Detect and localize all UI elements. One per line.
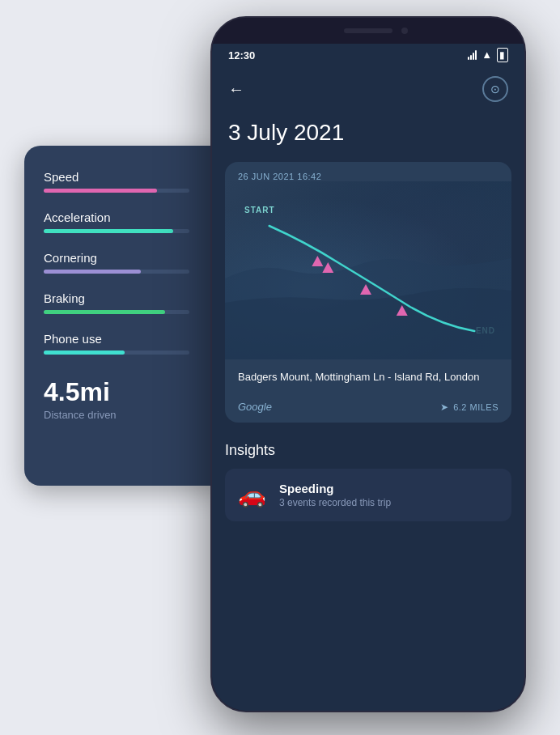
acceleration-bar-track (44, 229, 189, 233)
location-icon: ➤ (440, 401, 449, 413)
phone-use-bar-fill (44, 351, 125, 355)
signal-icon (468, 50, 477, 60)
cornering-bar-fill (44, 270, 141, 274)
acceleration-bar-fill (44, 229, 173, 233)
battery-icon: ▮ (497, 48, 508, 63)
map-timestamp: 26 JUN 2021 16:42 (225, 162, 511, 181)
settings-button[interactable]: ⊙ (482, 76, 508, 102)
date-header: 3 July 2021 (212, 112, 524, 162)
speeding-icon: 🚗 (238, 482, 266, 508)
metric-acceleration: Acceleration (44, 210, 207, 233)
speed-label: Speed (44, 170, 207, 184)
map-footer: Google ➤ 6.2 MILES (225, 394, 511, 423)
phone-notch (212, 18, 524, 44)
metric-braking: Braking (44, 291, 207, 314)
insight-title: Speeding (279, 482, 391, 495)
svg-marker-1 (322, 262, 333, 273)
map-info: Badgers Mount, Mottingham Ln - Island Rd… (225, 359, 511, 394)
acceleration-label: Acceleration (44, 210, 207, 224)
phone-camera (401, 28, 408, 34)
map-card: 26 JUN 2021 16:42 START END (225, 162, 511, 423)
back-button[interactable]: ← (228, 80, 244, 99)
metric-cornering: Cornering (44, 251, 207, 274)
insight-text: Speeding 3 events recorded this trip (279, 482, 391, 508)
route-line (225, 181, 511, 359)
phone-use-label: Phone use (44, 332, 207, 346)
status-icons: ▲ ▮ (468, 48, 508, 63)
insight-card[interactable]: 🚗 Speeding 3 events recorded this trip (225, 469, 511, 521)
screen-content: ← ⊙ 3 July 2021 26 JUN 2021 16:42 START … (212, 66, 524, 711)
google-logo: Google (238, 401, 272, 413)
settings-icon: ⊙ (490, 83, 500, 96)
metric-speed: Speed (44, 170, 207, 193)
phone-use-bar-track (44, 351, 189, 355)
insights-section: Insights 🚗 Speeding 3 events recorded th… (212, 435, 524, 534)
braking-bar-fill (44, 310, 165, 314)
status-bar: 12:30 ▲ ▮ (212, 44, 524, 66)
braking-bar-track (44, 310, 189, 314)
miles-value: 6.2 MILES (453, 402, 498, 412)
insight-subtitle: 3 events recorded this trip (279, 497, 391, 508)
cornering-label: Cornering (44, 251, 207, 265)
insights-title: Insights (225, 442, 511, 459)
top-nav: ← ⊙ (212, 66, 524, 112)
distance-label: Distance driven (44, 409, 207, 421)
phone-speaker (344, 28, 392, 33)
speed-bar-fill (44, 189, 157, 193)
cornering-bar-track (44, 270, 189, 274)
metric-phone-use: Phone use (44, 332, 207, 355)
distance-value: 4.5mi (44, 377, 207, 407)
speed-bar-track (44, 189, 189, 193)
map-area: START END (225, 181, 511, 359)
wifi-icon: ▲ (482, 49, 492, 61)
svg-marker-0 (312, 256, 323, 266)
map-address: Badgers Mount, Mottingham Ln - Island Rd… (238, 371, 498, 383)
distance-section: 4.5mi Distance driven (44, 377, 207, 421)
phone-frame: 12:30 ▲ ▮ ← ⊙ 3 July 2021 26 JUN 2021 16… (210, 16, 526, 712)
status-time: 12:30 (228, 49, 255, 62)
braking-label: Braking (44, 291, 207, 305)
back-card: Speed Acceleration Cornering Braking Pho… (24, 146, 227, 486)
miles-info: ➤ 6.2 MILES (440, 401, 498, 413)
